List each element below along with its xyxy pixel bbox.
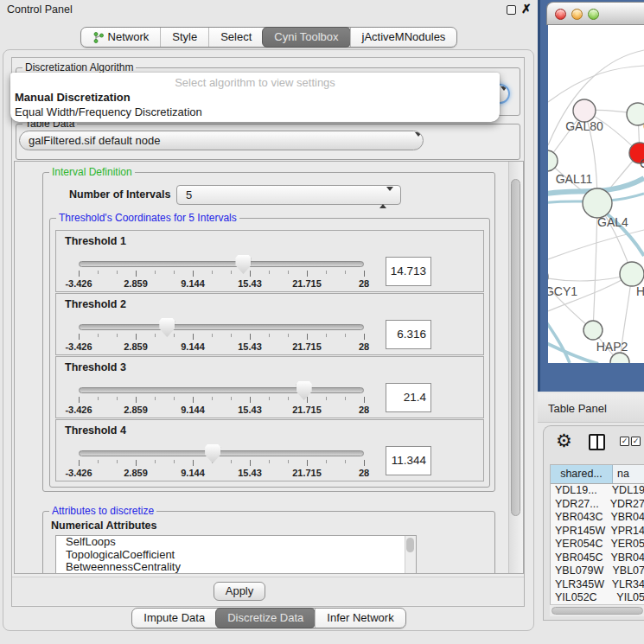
- table-data-combobox[interactable]: galFiltered.sif default node: [19, 131, 424, 150]
- apply-button[interactable]: Apply: [214, 582, 265, 601]
- table-row[interactable]: YBR045CYBR04: [551, 552, 644, 565]
- threshold-label: Threshold 1: [65, 235, 126, 247]
- table-row[interactable]: YIL052CYIL05: [551, 591, 644, 605]
- threshold-slider-track[interactable]: [79, 261, 364, 267]
- network-node[interactable]: [548, 150, 558, 171]
- apply-bar: Apply: [12, 577, 524, 605]
- discretization-algorithm-group-label: Discretization Algorithm: [22, 61, 136, 73]
- columns-icon[interactable]: [589, 434, 605, 450]
- threshold-value-field[interactable]: 21.4: [386, 383, 431, 412]
- threshold-slider-track[interactable]: [79, 450, 364, 456]
- network-edge[interactable]: [548, 66, 644, 102]
- network-node[interactable]: [583, 188, 612, 218]
- thresholds-group: Threshold's Coordinates for 5 Intervals …: [49, 218, 490, 488]
- table-row[interactable]: YLR345WYLR34: [551, 578, 644, 592]
- spinner-arrows-icon: [379, 188, 393, 207]
- mac-zoom-button[interactable]: [588, 9, 599, 20]
- table-rows: YDL19...YDL19YDR27...YDR27YBR043CYBR04YP…: [551, 484, 644, 605]
- algorithm-option-manual[interactable]: Manual Discretization: [13, 91, 497, 104]
- threshold-slider-thumb[interactable]: [159, 318, 175, 337]
- threshold-value-field[interactable]: 14.713: [386, 257, 431, 286]
- threshold-slider-thumb[interactable]: [235, 255, 251, 274]
- threshold-value-field[interactable]: 6.316: [386, 320, 431, 349]
- threshold-value-field[interactable]: 11.344: [386, 446, 431, 475]
- table-row[interactable]: YDL19...YDL19: [551, 484, 644, 498]
- network-window-titlebar[interactable]: [546, 2, 644, 25]
- table-header-row: shared... na: [551, 465, 644, 484]
- mac-minimize-button[interactable]: [571, 9, 583, 20]
- settings-scrollbar-thumb[interactable]: [511, 179, 520, 516]
- settings-scrollbar[interactable]: [508, 162, 523, 573]
- network-canvas[interactable]: GAL80GCGAL11GAL4GCY1HHAP2: [548, 25, 644, 363]
- window-frame: [538, 0, 540, 392]
- threshold-label: Threshold 2: [65, 298, 126, 310]
- gear-icon[interactable]: ⚙: [556, 430, 572, 451]
- settings-scroll-panel: Interval Definition Number of Intervals …: [14, 161, 524, 574]
- table-panel-box: ⚙ ✓ ✓ shared... na YDL19...YDL19YDR27...…: [543, 425, 644, 621]
- network-node-label: GAL11: [556, 172, 593, 186]
- checkbox-icon[interactable]: ✓: [620, 437, 629, 446]
- column-header-name[interactable]: na: [613, 465, 644, 483]
- tab-infer-network[interactable]: Infer Network: [315, 609, 405, 628]
- network-node-label: H: [636, 284, 644, 298]
- threshold-slider-track[interactable]: [79, 387, 364, 393]
- table-panel-title: Table Panel: [548, 402, 607, 415]
- threshold-label: Threshold 4: [65, 424, 126, 437]
- network-node[interactable]: [620, 262, 644, 286]
- network-node[interactable]: [610, 353, 629, 363]
- table-row[interactable]: YER054CYER05: [551, 538, 644, 552]
- network-icon: [92, 32, 104, 43]
- combo-arrows-icon: [408, 134, 415, 150]
- numerical-attributes-label: Numerical Attributes: [51, 520, 156, 532]
- table-row[interactable]: YDR27...YDR27: [551, 498, 644, 512]
- network-node[interactable]: [583, 321, 603, 340]
- attribute-item[interactable]: TopologicalCoefficient: [56, 549, 416, 562]
- attribute-item[interactable]: SelfLoops: [56, 536, 416, 549]
- tab-network[interactable]: Network: [81, 28, 161, 47]
- network-node-label: GCY1: [548, 284, 577, 298]
- table-row[interactable]: YPR145WYPR14: [551, 525, 644, 539]
- algorithm-option-equal-width[interactable]: Equal Width/Frequency Discretization: [13, 105, 497, 118]
- checkbox-icon[interactable]: ✓: [631, 437, 641, 446]
- thresholds-group-label: Threshold's Coordinates for 5 Intervals: [56, 212, 239, 224]
- num-intervals-label: Number of Intervals: [69, 188, 170, 201]
- attributes-group-label: Attributes to discretize: [49, 505, 156, 517]
- network-view-window[interactable]: GAL80GCGAL11GAL4GCY1HHAP2: [538, 0, 644, 392]
- table-panel-header: Table Panel: [538, 393, 644, 423]
- thresholds-stack: Threshold 1-3.4262.8599.14415.4321.71528…: [55, 230, 484, 484]
- network-node-label: C: [640, 156, 644, 170]
- num-intervals-value: 5: [186, 188, 192, 201]
- threshold-slider-thumb[interactable]: [296, 381, 312, 400]
- network-edge[interactable]: [548, 309, 570, 363]
- tab-impute-data[interactable]: Impute Data: [132, 609, 216, 628]
- table-scrollbar-thumb[interactable]: [552, 607, 643, 615]
- interval-definition-group-label: Interval Definition: [49, 166, 135, 178]
- tab-cyni-toolbox[interactable]: Cyni Toolbox: [262, 27, 350, 48]
- algorithm-dropdown-popup: Select algorithm to view settings Manual…: [10, 73, 500, 122]
- network-edge[interactable]: [548, 339, 598, 363]
- attributes-scrollbar[interactable]: [405, 536, 416, 574]
- tab-discretize-data[interactable]: Discretize Data: [215, 608, 316, 628]
- threshold-panel: Threshold 4-3.4262.8599.14415.4321.71528…: [55, 419, 484, 481]
- tab-style[interactable]: Style: [160, 28, 208, 47]
- attributes-group: Attributes to discretize Numerical Attri…: [42, 511, 495, 574]
- attribute-item[interactable]: BetweennessCentrality: [56, 561, 416, 574]
- float-window-icon[interactable]: [507, 5, 516, 15]
- tab-select[interactable]: Select: [208, 28, 263, 47]
- tab-jactivemnodules[interactable]: jActiveMNodules: [350, 28, 457, 47]
- table-row[interactable]: YBL079WYBL07: [551, 564, 644, 578]
- threshold-slider-thumb[interactable]: [205, 444, 220, 463]
- table-horizontal-scrollbar[interactable]: [550, 604, 644, 616]
- panel-title: Control Panel: [7, 3, 73, 16]
- table-row[interactable]: YBR043CYBR04: [551, 511, 644, 525]
- table-panel-area: ⚙ ✓ ✓ shared... na YDL19...YDL19YDR27...…: [538, 423, 644, 644]
- threshold-slider-track[interactable]: [79, 324, 364, 330]
- bottom-tab-bar: Impute Data Discretize Data Infer Networ…: [0, 608, 538, 628]
- mac-close-button[interactable]: [555, 9, 566, 20]
- column-header-shared-name[interactable]: shared...: [551, 465, 613, 483]
- network-node[interactable]: [627, 103, 644, 125]
- num-intervals-spinner[interactable]: 5: [176, 185, 401, 205]
- algorithm-popup-hint: Select algorithm to view settings: [10, 76, 500, 89]
- numerical-attributes-list[interactable]: SelfLoopsTopologicalCoefficientBetweenne…: [55, 535, 417, 574]
- close-icon[interactable]: ✗: [521, 2, 532, 16]
